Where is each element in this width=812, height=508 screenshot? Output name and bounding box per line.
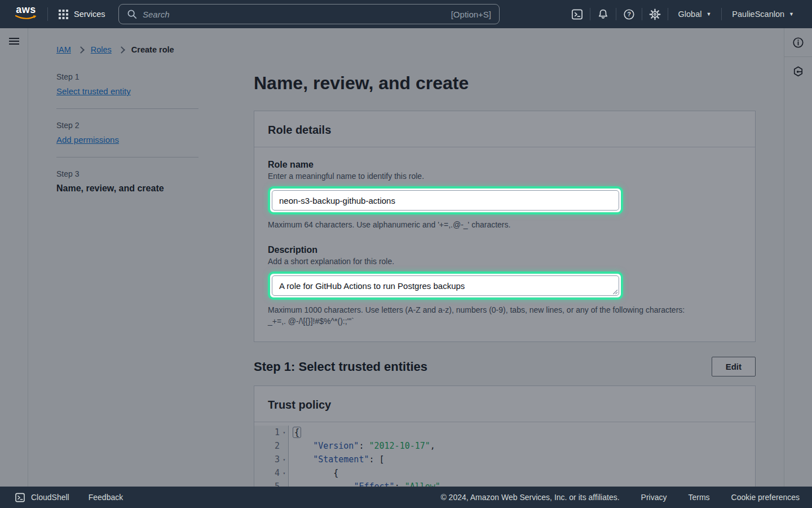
step-divider	[56, 157, 198, 157]
account-label: PaulieScanlon	[732, 10, 784, 19]
aws-console-window: aws Services Search [Option+	[0, 0, 812, 508]
svg-text:?: ?	[627, 11, 631, 17]
role-name-input[interactable]	[272, 190, 619, 211]
code-gutter: 2	[254, 439, 289, 453]
code-text: {	[289, 468, 338, 478]
code-text: "Version": "2012-10-17",	[289, 441, 435, 451]
footer-right: © 2024, Amazon Web Services, Inc. or its…	[440, 493, 812, 502]
help-button[interactable]: ?	[616, 0, 642, 28]
page-content: IAM Roles Create role Step 1 Select trus…	[0, 28, 812, 487]
services-grid-icon	[59, 10, 68, 19]
trust-policy-code[interactable]: 1▾{2 "Version": "2012-10-17",3▾ "Stateme…	[254, 422, 755, 493]
fold-arrow-icon[interactable]: ▾	[280, 457, 288, 462]
edit-button[interactable]: Edit	[712, 357, 756, 376]
step-item-1: Step 1 Select trusted entity	[56, 72, 198, 97]
role-name-highlight-ring	[268, 186, 623, 214]
account-menu[interactable]: PaulieScanlon ▼	[722, 0, 804, 28]
breadcrumb-current: Create role	[131, 45, 174, 54]
step-divider	[56, 108, 198, 109]
hexagon-node-icon	[792, 65, 805, 78]
footer-terms-link[interactable]: Terms	[688, 493, 709, 502]
code-line: 1▾{	[254, 426, 755, 439]
step-link-add-permissions[interactable]: Add permissions	[56, 135, 119, 144]
footer-cookie-preferences-link[interactable]: Cookie preferences	[731, 493, 800, 502]
breadcrumb-link-roles[interactable]: Roles	[91, 45, 112, 54]
breadcrumb-link-iam[interactable]: IAM	[56, 45, 71, 54]
cloudshell-button[interactable]	[564, 0, 590, 28]
cloudshell-icon	[571, 8, 584, 21]
info-panel-button[interactable]	[784, 28, 812, 56]
role-description-textarea[interactable]	[272, 275, 619, 296]
footer-privacy-link[interactable]: Privacy	[641, 493, 667, 502]
role-name-description: Enter a meaningful name to identify this…	[268, 172, 742, 181]
fold-arrow-icon[interactable]: ▾	[280, 471, 288, 476]
line-number: 2	[275, 441, 280, 451]
line-number: 3	[275, 454, 280, 465]
code-line: 3▾ "Statement": [	[254, 453, 755, 466]
code-gutter: 3▾	[254, 453, 289, 466]
step-number-label: Step 2	[56, 121, 198, 130]
notifications-bell-icon	[597, 8, 610, 21]
role-details-card-title: Role details	[254, 111, 755, 147]
footer-feedback-link[interactable]: Feedback	[89, 493, 123, 502]
caret-down-icon: ▼	[789, 12, 794, 17]
main-column: Name, review, and create Role details Ro…	[254, 70, 756, 508]
footer-bar: CloudShell Feedback © 2024, Amazon Web S…	[0, 487, 812, 508]
field-gap	[268, 230, 742, 245]
aws-smile-icon	[15, 15, 37, 20]
right-rail	[784, 28, 812, 487]
resource-panel-button[interactable]	[784, 57, 812, 85]
role-name-label: Role name	[268, 160, 742, 170]
help-icon: ?	[623, 8, 636, 21]
aws-logo[interactable]: aws	[15, 5, 37, 20]
role-name-hint: Maximum 64 characters. Use alphanumeric …	[268, 219, 736, 230]
trusted-entities-section-header: Step 1: Select trusted entities Edit	[254, 357, 756, 376]
left-rail	[0, 28, 28, 487]
aws-logo-text: aws	[16, 5, 36, 15]
footer-cloudshell-button[interactable]: CloudShell	[15, 492, 69, 503]
role-details-card-body: Role name Enter a meaningful name to ide…	[254, 147, 755, 341]
chevron-right-icon	[77, 46, 85, 54]
trusted-entities-section-title: Step 1: Select trusted entities	[254, 360, 427, 374]
settings-gear-icon	[648, 8, 661, 21]
description-description: Add a short explanation for this role.	[268, 257, 742, 266]
code-text: "Statement": [	[289, 454, 385, 465]
code-line: 4▾ {	[254, 466, 755, 480]
step-item-2: Step 2 Add permissions	[56, 121, 198, 145]
step-number-label: Step 3	[56, 169, 198, 178]
top-navigation-bar: aws Services Search [Option+	[0, 0, 812, 28]
footer-copyright: © 2024, Amazon Web Services, Inc. or its…	[440, 493, 619, 502]
code-gutter: 1▾	[254, 426, 289, 439]
page-title: Name, review, and create	[254, 70, 756, 96]
menu-hamburger-icon	[8, 37, 20, 45]
caret-down-icon: ▼	[706, 12, 711, 17]
settings-button[interactable]	[642, 0, 668, 28]
services-menu-button[interactable]: Services	[59, 0, 105, 28]
code-gutter: 4▾	[254, 466, 289, 480]
code-text: {	[289, 427, 301, 437]
fold-arrow-icon[interactable]: ▾	[280, 430, 288, 435]
step-link-select-trusted-entity[interactable]: Select trusted entity	[56, 86, 131, 96]
description-highlight-ring	[268, 271, 623, 300]
description-label: Description	[268, 245, 742, 255]
services-label: Services	[74, 10, 105, 19]
chevron-right-icon	[118, 46, 125, 54]
wizard-steps-nav: Step 1 Select trusted entity Step 2 Add …	[56, 72, 198, 194]
step-item-3-current: Step 3 Name, review, and create	[56, 169, 198, 194]
step-current-title: Name, review, and create	[56, 183, 198, 194]
cloudshell-icon	[15, 492, 25, 503]
footer-left: CloudShell Feedback	[0, 492, 123, 503]
search-shortcut-hint: [Option+S]	[451, 10, 491, 19]
description-hint-line2: _+=,. @-/\[{}]!#$%^*():;'"`	[268, 316, 736, 327]
header-search-input[interactable]: Search [Option+S]	[118, 4, 500, 24]
line-number: 1	[275, 427, 280, 437]
info-icon	[792, 36, 805, 49]
region-selector[interactable]: Global ▼	[668, 0, 722, 28]
side-menu-toggle[interactable]	[0, 28, 28, 54]
description-hint-line1: Maximum 1000 characters. Use letters (A-…	[268, 304, 736, 316]
notifications-button[interactable]	[590, 0, 616, 28]
line-number: 4	[275, 468, 280, 478]
search-placeholder: Search	[143, 10, 451, 19]
region-label: Global	[678, 10, 702, 19]
search-icon	[127, 9, 137, 19]
